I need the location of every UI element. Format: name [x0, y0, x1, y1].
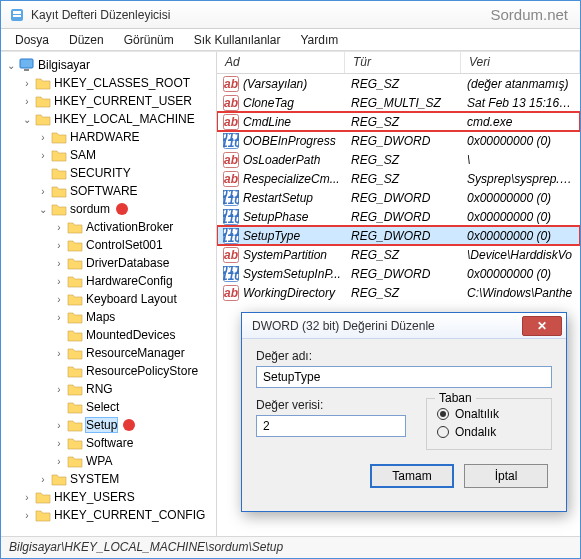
value-row[interactable]: WorkingDirectoryREG_SZC:\Windows\Panthe [217, 283, 580, 302]
chevron-right-icon[interactable]: › [53, 240, 65, 251]
folder-icon [67, 436, 83, 450]
tree-software2[interactable]: ›Software [3, 434, 214, 452]
value-data-label: Değer verisi: [256, 398, 406, 412]
tree-hwconfig[interactable]: ›HardwareConfig [3, 272, 214, 290]
value-row[interactable]: CloneTagREG_MULTI_SZSat Feb 13 15:16:08 … [217, 93, 580, 112]
value-type: REG_SZ [345, 286, 461, 300]
radio-hex[interactable]: Onaltılık [437, 405, 541, 423]
tree-controlset[interactable]: ›ControlSet001 [3, 236, 214, 254]
value-row[interactable]: RespecializeCm...REG_SZSysprep\sysprep.e… [217, 169, 580, 188]
value-type: REG_SZ [345, 153, 461, 167]
value-data: (değer atanmamış) [461, 77, 580, 91]
tree-sam[interactable]: ›SAM [3, 146, 214, 164]
tree-label: Select [86, 400, 119, 414]
menu-favorites[interactable]: Sık Kullanılanlar [184, 31, 291, 49]
folder-icon [67, 274, 83, 288]
tree-hklm[interactable]: ⌄HKEY_LOCAL_MACHINE [3, 110, 214, 128]
tree-hkcu[interactable]: ›HKEY_CURRENT_USER [3, 92, 214, 110]
chevron-right-icon[interactable]: › [53, 384, 65, 395]
menu-file[interactable]: Dosya [5, 31, 59, 49]
tree-rng[interactable]: ›RNG [3, 380, 214, 398]
chevron-right-icon[interactable]: › [53, 258, 65, 269]
value-type: REG_SZ [345, 172, 461, 186]
string-icon [223, 76, 239, 92]
tree-wpa[interactable]: ›WPA [3, 452, 214, 470]
tree-driverdb[interactable]: ›DriverDatabase [3, 254, 214, 272]
value-row[interactable]: OOBEInProgressREG_DWORD0x00000000 (0) [217, 131, 580, 150]
value-row[interactable]: SetupTypeREG_DWORD0x00000000 (0) [217, 226, 580, 245]
chevron-right-icon[interactable]: › [53, 438, 65, 449]
tree-maps[interactable]: ›Maps [3, 308, 214, 326]
tree-system[interactable]: ›SYSTEM [3, 470, 214, 488]
tree-respolicy[interactable]: ResourcePolicyStore [3, 362, 214, 380]
chevron-right-icon[interactable]: › [21, 510, 33, 521]
chevron-right-icon[interactable]: › [37, 150, 49, 161]
col-name[interactable]: Ad [217, 52, 345, 73]
value-row[interactable]: SystemSetupInP...REG_DWORD0x00000000 (0) [217, 264, 580, 283]
string-icon [223, 285, 239, 301]
radio-dec[interactable]: Ondalık [437, 423, 541, 441]
chevron-right-icon[interactable]: › [53, 312, 65, 323]
value-row[interactable]: SetupPhaseREG_DWORD0x00000000 (0) [217, 207, 580, 226]
menu-edit[interactable]: Düzen [59, 31, 114, 49]
chevron-right-icon[interactable]: › [53, 420, 65, 431]
chevron-right-icon[interactable]: › [21, 492, 33, 503]
chevron-right-icon[interactable]: › [21, 96, 33, 107]
svg-rect-8 [13, 11, 21, 14]
ok-label: Tamam [392, 469, 431, 483]
folder-icon [67, 310, 83, 324]
chevron-right-icon[interactable]: › [37, 474, 49, 485]
value-name-input[interactable]: SetupType [256, 366, 552, 388]
chevron-right-icon[interactable]: › [53, 276, 65, 287]
folder-icon [51, 166, 67, 180]
tree-software[interactable]: ›SOFTWARE [3, 182, 214, 200]
chevron-down-icon[interactable]: ⌄ [21, 114, 33, 125]
tree-panel[interactable]: ⌄Bilgisayar ›HKEY_CLASSES_ROOT ›HKEY_CUR… [1, 52, 217, 536]
tree-root[interactable]: ⌄Bilgisayar [3, 56, 214, 74]
chevron-right-icon[interactable]: › [37, 132, 49, 143]
tree-label: SOFTWARE [70, 184, 138, 198]
tree-select[interactable]: Select [3, 398, 214, 416]
col-data[interactable]: Veri [461, 52, 580, 73]
chevron-right-icon[interactable]: › [21, 78, 33, 89]
folder-icon [51, 130, 67, 144]
tree-resmgr[interactable]: ›ResourceManager [3, 344, 214, 362]
dialog-titlebar[interactable]: DWORD (32 bit) Değerini Düzenle ✕ [242, 313, 566, 339]
tree-hkcr[interactable]: ›HKEY_CLASSES_ROOT [3, 74, 214, 92]
tree-mounted[interactable]: MountedDevices [3, 326, 214, 344]
tree-label: Keyboard Layout [86, 292, 177, 306]
tree-hkcc[interactable]: ›HKEY_CURRENT_CONFIG [3, 506, 214, 524]
tree-sordum[interactable]: ⌄sordum [3, 200, 214, 218]
tree-activation[interactable]: ›ActivationBroker [3, 218, 214, 236]
cancel-button[interactable]: İptal [464, 464, 548, 488]
chevron-right-icon[interactable]: › [53, 294, 65, 305]
col-type[interactable]: Tür [345, 52, 461, 73]
chevron-down-icon[interactable]: ⌄ [5, 60, 17, 71]
tree-security[interactable]: SECURITY [3, 164, 214, 182]
chevron-down-icon[interactable]: ⌄ [37, 204, 49, 215]
tree-label: HKEY_CURRENT_CONFIG [54, 508, 205, 522]
menu-view[interactable]: Görünüm [114, 31, 184, 49]
tree-label: HKEY_CLASSES_ROOT [54, 76, 190, 90]
close-button[interactable]: ✕ [522, 316, 562, 336]
tree-hardware[interactable]: ›HARDWARE [3, 128, 214, 146]
value-data-input[interactable]: 2 [256, 415, 406, 437]
dword-icon [223, 228, 239, 244]
ok-button[interactable]: Tamam [370, 464, 454, 488]
value-row[interactable]: RestartSetupREG_DWORD0x00000000 (0) [217, 188, 580, 207]
value-row[interactable]: OsLoaderPathREG_SZ\ [217, 150, 580, 169]
value-row[interactable]: (Varsayılan)REG_SZ(değer atanmamış) [217, 74, 580, 93]
chevron-right-icon[interactable]: › [53, 348, 65, 359]
chevron-right-icon[interactable]: › [53, 456, 65, 467]
value-row[interactable]: CmdLineREG_SZcmd.exe [217, 112, 580, 131]
tree-hku[interactable]: ›HKEY_USERS [3, 488, 214, 506]
chevron-right-icon[interactable]: › [53, 222, 65, 233]
tree-label: Setup [86, 418, 117, 432]
chevron-right-icon[interactable]: › [37, 186, 49, 197]
tree-label: ActivationBroker [86, 220, 173, 234]
folder-icon [67, 364, 83, 378]
value-row[interactable]: SystemPartitionREG_SZ\Device\HarddiskVo [217, 245, 580, 264]
menu-help[interactable]: Yardım [290, 31, 348, 49]
tree-keyboard[interactable]: ›Keyboard Layout [3, 290, 214, 308]
tree-setup[interactable]: ›Setup [3, 416, 214, 434]
